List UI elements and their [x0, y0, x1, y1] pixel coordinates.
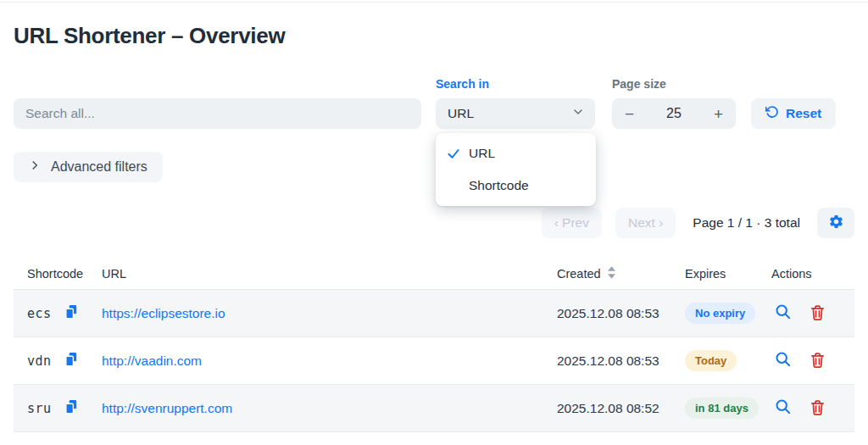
pagination: ‹ Prev Next › Page 1 / 1 · 3 total — [14, 208, 854, 238]
advanced-filters-label: Advanced filters — [51, 159, 147, 175]
chevron-down-icon — [571, 105, 585, 122]
expires-badge: No expiry — [685, 303, 755, 324]
column-header-expires: Expires — [685, 267, 771, 281]
search-in-label: Search in — [436, 77, 595, 91]
page-size-increment-button[interactable]: + — [714, 106, 723, 122]
copy-icon — [64, 352, 79, 370]
url-link[interactable]: http://vaadin.com — [102, 353, 202, 368]
delete-button[interactable] — [810, 352, 825, 370]
dropdown-option-label: URL — [469, 146, 495, 161]
prev-page-button[interactable]: ‹ Prev — [542, 208, 602, 238]
created-timestamp: 2025.12.08 08:53 — [557, 353, 685, 369]
created-timestamp: 2025.12.08 08:52 — [557, 401, 685, 416]
copy-shortcode-button[interactable] — [64, 399, 79, 417]
table-header-row: Shortcode URL Created Expires Actions — [14, 258, 854, 290]
search-in-dropdown: URL Shortcode — [436, 133, 596, 206]
copy-shortcode-button[interactable] — [64, 352, 79, 370]
expires-badge: in 81 days — [685, 398, 759, 419]
rotate-ccw-icon — [765, 105, 779, 122]
reset-button[interactable]: Reset — [751, 98, 836, 129]
shortcode-value: vdn — [27, 353, 52, 369]
magnifier-icon — [775, 398, 792, 418]
shortcode-value: ecs — [27, 306, 52, 321]
search-input[interactable] — [14, 98, 421, 129]
trash-icon — [810, 399, 825, 418]
copy-shortcode-button[interactable] — [64, 304, 79, 322]
table-row: sru http://svenruppert.com 2025.12.08 08… — [14, 385, 854, 432]
gear-icon — [828, 214, 844, 232]
created-timestamp: 2025.12.08 08:53 — [557, 306, 685, 321]
column-header-created[interactable]: Created — [557, 266, 685, 281]
view-details-button[interactable] — [775, 398, 792, 418]
url-table: Shortcode URL Created Expires Actions ec… — [14, 258, 854, 432]
url-link[interactable]: https://eclipsestore.io — [102, 306, 225, 320]
dropdown-option-label: Shortcode — [469, 178, 529, 193]
next-page-button[interactable]: Next › — [615, 208, 676, 238]
advanced-filters-toggle[interactable]: Advanced filters — [14, 152, 163, 182]
dropdown-option-url[interactable]: URL — [436, 137, 596, 170]
view-details-button[interactable] — [775, 351, 792, 370]
delete-button[interactable] — [810, 399, 825, 418]
trash-icon — [810, 304, 825, 323]
sort-arrows-icon — [608, 266, 615, 281]
table-row: ecs https://eclipsestore.io 2025.12.08 0… — [14, 290, 854, 337]
pagination-status: Page 1 / 1 · 3 total — [693, 215, 800, 231]
column-header-url: URL — [102, 267, 557, 281]
reset-button-label: Reset — [786, 106, 821, 121]
table-body: ecs https://eclipsestore.io 2025.12.08 0… — [14, 290, 854, 432]
page-title: URL Shortener – Overview — [14, 23, 854, 49]
search-in-value: URL — [448, 106, 474, 121]
delete-button[interactable] — [810, 304, 825, 323]
page-size-stepper: − 25 + — [612, 98, 736, 129]
settings-button[interactable] — [817, 208, 854, 238]
page-top-divider — [0, 0, 868, 3]
page-size-label: Page size — [612, 77, 736, 91]
column-header-actions: Actions — [771, 267, 854, 281]
url-link[interactable]: http://svenruppert.com — [102, 401, 232, 415]
expires-badge: Today — [685, 350, 737, 371]
trash-icon — [810, 352, 825, 370]
checkmark-icon — [446, 146, 461, 161]
copy-icon — [64, 304, 79, 322]
column-header-shortcode: Shortcode — [14, 267, 102, 281]
page-size-value: 25 — [666, 106, 682, 121]
view-details-button[interactable] — [775, 303, 792, 323]
shortcode-value: sru — [27, 401, 52, 416]
magnifier-icon — [775, 351, 792, 370]
copy-icon — [64, 399, 79, 417]
page-size-decrement-button[interactable]: − — [625, 106, 634, 122]
table-row: vdn http://vaadin.com 2025.12.08 08:53 T… — [14, 337, 854, 385]
magnifier-icon — [775, 303, 792, 323]
search-in-select[interactable]: URL — [436, 98, 595, 129]
toolbar: Search in URL Page size − 25 + Reset — [14, 77, 854, 129]
chevron-right-icon — [29, 159, 41, 175]
dropdown-option-shortcode[interactable]: Shortcode — [436, 170, 596, 202]
